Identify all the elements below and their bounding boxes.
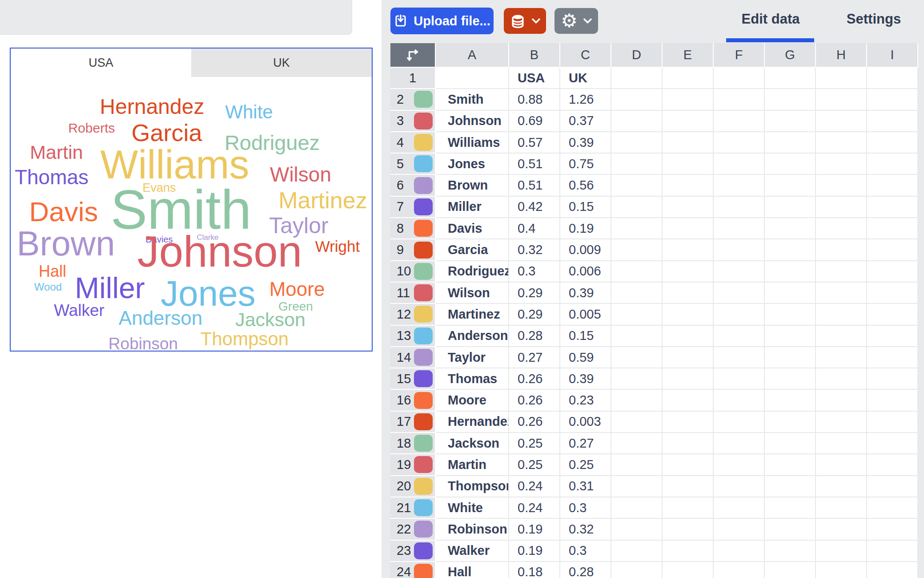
spreadsheet-cell[interactable] <box>663 197 714 218</box>
spreadsheet-cell[interactable]: 0.37 <box>560 111 611 132</box>
spreadsheet-cell[interactable]: 0.005 <box>560 304 611 325</box>
spreadsheet-cell[interactable] <box>611 218 663 239</box>
row-color-swatch[interactable] <box>414 113 433 129</box>
spreadsheet-cell[interactable]: 0.23 <box>560 390 611 411</box>
column-header-d[interactable]: D <box>611 43 663 68</box>
spreadsheet-cell[interactable] <box>867 454 918 476</box>
row-color-swatch[interactable] <box>414 155 433 172</box>
spreadsheet-cell[interactable] <box>765 261 816 283</box>
spreadsheet-cell[interactable] <box>765 197 816 218</box>
row-number-cell[interactable]: 10 <box>390 261 436 283</box>
spreadsheet-cell[interactable]: Robinson <box>436 519 509 540</box>
spreadsheet-cell[interactable] <box>663 304 714 325</box>
spreadsheet-cell[interactable]: 0.51 <box>509 154 560 175</box>
spreadsheet-cell[interactable]: Smith <box>436 89 509 110</box>
spreadsheet-cell[interactable]: Miller <box>436 197 509 218</box>
spreadsheet-cell[interactable]: Walker <box>436 541 509 562</box>
spreadsheet-cell[interactable] <box>765 89 816 110</box>
spreadsheet-cell[interactable] <box>611 497 663 519</box>
spreadsheet-cell[interactable]: 0.29 <box>509 304 560 325</box>
spreadsheet-cell[interactable] <box>663 239 714 261</box>
spreadsheet-cell[interactable] <box>816 154 867 175</box>
spreadsheet-cell[interactable] <box>816 304 867 325</box>
spreadsheet-cell[interactable] <box>663 68 714 89</box>
spreadsheet-cell[interactable]: White <box>436 497 509 519</box>
spreadsheet-cell[interactable]: 0.31 <box>560 476 611 497</box>
spreadsheet-cell[interactable]: 0.69 <box>509 111 560 132</box>
spreadsheet-cell[interactable]: USA <box>509 68 560 89</box>
spreadsheet-cell[interactable] <box>663 497 714 519</box>
spreadsheet-cell[interactable]: Moore <box>436 390 509 411</box>
row-color-swatch[interactable] <box>414 349 433 366</box>
row-color-swatch[interactable] <box>414 220 433 237</box>
spreadsheet-cell[interactable] <box>816 454 867 476</box>
data-source-button[interactable] <box>504 8 546 34</box>
row-number-cell[interactable]: 13 <box>390 326 436 347</box>
spreadsheet-cell[interactable]: Hall <box>436 562 509 578</box>
spreadsheet-cell[interactable] <box>816 541 867 562</box>
spreadsheet-cell[interactable] <box>867 154 918 175</box>
spreadsheet-cell[interactable]: Anderson <box>436 326 509 347</box>
spreadsheet-cell[interactable] <box>765 476 816 497</box>
spreadsheet-cell[interactable] <box>611 326 663 347</box>
spreadsheet-cell[interactable]: 0.39 <box>560 132 611 154</box>
row-number-cell[interactable]: 21 <box>390 497 436 519</box>
spreadsheet-cell[interactable]: Thomas <box>436 368 509 390</box>
spreadsheet-cell[interactable] <box>816 89 867 110</box>
spreadsheet-cell[interactable] <box>611 476 663 497</box>
spreadsheet-cell[interactable]: Brown <box>436 175 509 196</box>
spreadsheet-cell[interactable] <box>867 283 918 304</box>
spreadsheet-cell[interactable] <box>663 368 714 390</box>
spreadsheet-cell[interactable] <box>765 390 816 411</box>
spreadsheet-cell[interactable] <box>816 283 867 304</box>
spreadsheet-cell[interactable] <box>714 433 765 454</box>
row-number-cell[interactable]: 5 <box>390 154 436 175</box>
spreadsheet-cell[interactable] <box>663 433 714 454</box>
spreadsheet-cell[interactable] <box>765 111 816 132</box>
transpose-data-button[interactable] <box>390 43 436 68</box>
spreadsheet-cell[interactable] <box>765 347 816 368</box>
spreadsheet-cell[interactable] <box>714 283 765 304</box>
spreadsheet-cell[interactable] <box>816 390 867 411</box>
spreadsheet-cell[interactable] <box>714 347 765 368</box>
row-number-cell[interactable]: 19 <box>390 454 436 476</box>
spreadsheet-cell[interactable] <box>714 541 765 562</box>
spreadsheet-cell[interactable] <box>714 261 765 283</box>
spreadsheet-cell[interactable] <box>765 154 816 175</box>
spreadsheet-cell[interactable]: 0.3 <box>509 261 560 283</box>
spreadsheet-cell[interactable] <box>663 476 714 497</box>
spreadsheet-cell[interactable] <box>663 326 714 347</box>
spreadsheet-cell[interactable] <box>663 283 714 304</box>
spreadsheet-cell[interactable]: Johnson <box>436 111 509 132</box>
spreadsheet-cell[interactable]: 0.25 <box>509 433 560 454</box>
spreadsheet-cell[interactable] <box>816 218 867 239</box>
spreadsheet-cell[interactable] <box>816 412 867 433</box>
spreadsheet-cell[interactable] <box>816 433 867 454</box>
spreadsheet-cell[interactable] <box>765 132 816 154</box>
spreadsheet-cell[interactable] <box>867 412 918 433</box>
spreadsheet-cell[interactable] <box>611 154 663 175</box>
spreadsheet-cell[interactable] <box>816 197 867 218</box>
row-color-swatch[interactable] <box>414 306 433 323</box>
spreadsheet-cell[interactable]: 0.15 <box>560 197 611 218</box>
row-number-cell[interactable]: 18 <box>390 433 436 454</box>
row-color-swatch[interactable] <box>414 392 433 409</box>
spreadsheet-cell[interactable] <box>714 304 765 325</box>
spreadsheet-cell[interactable] <box>867 541 918 562</box>
spreadsheet-cell[interactable] <box>611 390 663 411</box>
row-number-cell[interactable]: 16 <box>390 390 436 411</box>
row-color-swatch[interactable] <box>414 284 433 301</box>
spreadsheet-cell[interactable] <box>714 390 765 411</box>
spreadsheet-cell[interactable] <box>765 368 816 390</box>
spreadsheet-cell[interactable] <box>663 347 714 368</box>
spreadsheet-cell[interactable] <box>714 89 765 110</box>
spreadsheet-cell[interactable] <box>867 218 918 239</box>
spreadsheet-cell[interactable]: Jackson <box>436 433 509 454</box>
spreadsheet-cell[interactable] <box>765 562 816 578</box>
spreadsheet-cell[interactable]: Taylor <box>436 347 509 368</box>
spreadsheet-cell[interactable]: 0.26 <box>509 412 560 433</box>
spreadsheet-cell[interactable] <box>765 68 816 89</box>
spreadsheet-cell[interactable]: 0.24 <box>509 476 560 497</box>
spreadsheet-cell[interactable] <box>867 390 918 411</box>
row-color-swatch[interactable] <box>414 242 433 259</box>
